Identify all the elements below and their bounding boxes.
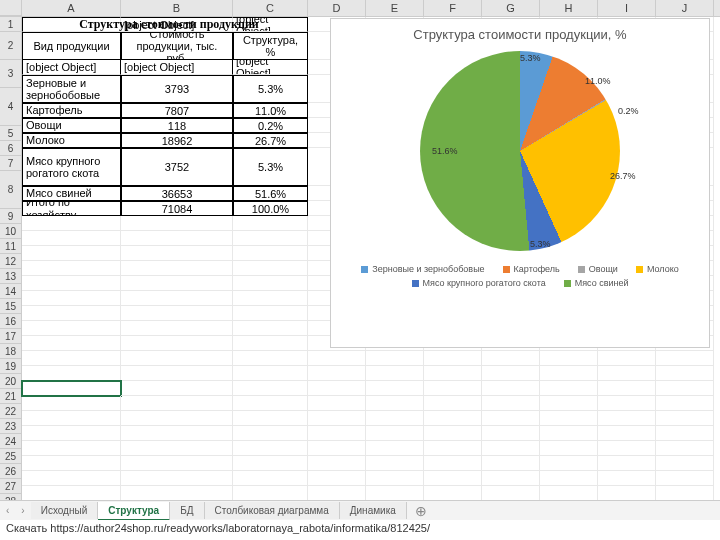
cell[interactable] <box>121 336 233 351</box>
cell[interactable] <box>233 396 308 411</box>
cell[interactable] <box>233 456 308 471</box>
cell[interactable] <box>598 441 656 456</box>
row-header-7[interactable]: 7 <box>0 156 22 171</box>
cell[interactable] <box>598 486 656 501</box>
cell[interactable] <box>482 396 540 411</box>
cell[interactable]: [object Object] <box>233 60 308 75</box>
cell[interactable]: [object Object] <box>121 60 233 75</box>
cell[interactable] <box>22 441 121 456</box>
cell[interactable]: Стоимость продукции, тыс. руб. <box>121 32 233 60</box>
cell[interactable] <box>482 471 540 486</box>
cell[interactable] <box>121 321 233 336</box>
cell[interactable] <box>656 366 714 381</box>
cell[interactable] <box>121 306 233 321</box>
cell[interactable] <box>233 231 308 246</box>
cell[interactable] <box>656 471 714 486</box>
cell[interactable] <box>366 486 424 501</box>
cell[interactable] <box>233 441 308 456</box>
cell[interactable] <box>308 471 366 486</box>
cell[interactable] <box>233 291 308 306</box>
cell[interactable] <box>598 396 656 411</box>
cell[interactable] <box>121 456 233 471</box>
cell[interactable] <box>540 486 598 501</box>
cell[interactable] <box>540 396 598 411</box>
row-header-25[interactable]: 25 <box>0 449 22 464</box>
cell[interactable] <box>424 471 482 486</box>
col-header-I[interactable]: I <box>598 0 656 16</box>
row-header-26[interactable]: 26 <box>0 464 22 479</box>
cell[interactable] <box>598 426 656 441</box>
row-header-19[interactable]: 19 <box>0 359 22 374</box>
row-header-27[interactable]: 27 <box>0 479 22 494</box>
cell[interactable] <box>22 381 121 396</box>
cell[interactable] <box>308 411 366 426</box>
col-header-C[interactable]: C <box>233 0 308 16</box>
col-header-F[interactable]: F <box>424 0 482 16</box>
row-header-10[interactable]: 10 <box>0 224 22 239</box>
add-sheet-button[interactable]: ⊕ <box>407 503 435 519</box>
cell[interactable] <box>366 426 424 441</box>
cell[interactable]: [object Object] <box>22 60 121 75</box>
row-header-12[interactable]: 12 <box>0 254 22 269</box>
cell[interactable] <box>233 411 308 426</box>
cell[interactable] <box>233 306 308 321</box>
cell[interactable] <box>540 426 598 441</box>
row-header-11[interactable]: 11 <box>0 239 22 254</box>
cell[interactable] <box>598 351 656 366</box>
select-all-corner[interactable] <box>0 0 22 16</box>
cell[interactable]: 26.7% <box>233 133 308 148</box>
cell[interactable] <box>308 366 366 381</box>
cell[interactable] <box>656 486 714 501</box>
cell[interactable] <box>424 381 482 396</box>
cell[interactable] <box>233 336 308 351</box>
row-header-5[interactable]: 5 <box>0 126 22 141</box>
cell[interactable]: Молоко <box>22 133 121 148</box>
cell[interactable] <box>540 411 598 426</box>
tab-nav-next[interactable]: › <box>15 505 30 516</box>
cell[interactable] <box>540 381 598 396</box>
cell[interactable] <box>22 411 121 426</box>
cell[interactable]: 118 <box>121 118 233 133</box>
cell[interactable]: 18962 <box>121 133 233 148</box>
cell[interactable] <box>121 351 233 366</box>
cell[interactable] <box>308 381 366 396</box>
cell[interactable] <box>424 426 482 441</box>
cell[interactable]: Структура стоимости продукции <box>22 17 121 32</box>
row-header-13[interactable]: 13 <box>0 269 22 284</box>
cell[interactable] <box>121 276 233 291</box>
cell[interactable] <box>656 381 714 396</box>
cell[interactable] <box>366 411 424 426</box>
row-header-20[interactable]: 20 <box>0 374 22 389</box>
cell[interactable] <box>121 441 233 456</box>
cell[interactable]: Вид продукции <box>22 32 121 60</box>
cell[interactable] <box>482 381 540 396</box>
cell[interactable] <box>22 471 121 486</box>
row-header-24[interactable]: 24 <box>0 434 22 449</box>
cell[interactable] <box>22 291 121 306</box>
cell[interactable] <box>482 366 540 381</box>
cell[interactable] <box>22 261 121 276</box>
row-header-1[interactable]: 1 <box>0 17 22 32</box>
row-header-9[interactable]: 9 <box>0 209 22 224</box>
cell[interactable] <box>366 441 424 456</box>
cell[interactable] <box>22 426 121 441</box>
cell[interactable] <box>22 486 121 501</box>
cell[interactable]: Зерновые и зернобобовые <box>22 75 121 103</box>
row-header-21[interactable]: 21 <box>0 389 22 404</box>
cell[interactable] <box>308 456 366 471</box>
cell[interactable] <box>233 261 308 276</box>
row-header-16[interactable]: 16 <box>0 314 22 329</box>
cell[interactable]: 71084 <box>121 201 233 216</box>
cell[interactable] <box>22 231 121 246</box>
cell[interactable] <box>308 441 366 456</box>
cell[interactable] <box>22 216 121 231</box>
cell[interactable] <box>233 426 308 441</box>
row-header-18[interactable]: 18 <box>0 344 22 359</box>
cell[interactable] <box>121 216 233 231</box>
cell[interactable] <box>233 276 308 291</box>
cell[interactable] <box>233 246 308 261</box>
cell[interactable] <box>540 456 598 471</box>
cell[interactable] <box>22 396 121 411</box>
row-header-6[interactable]: 6 <box>0 141 22 156</box>
cell[interactable] <box>22 456 121 471</box>
